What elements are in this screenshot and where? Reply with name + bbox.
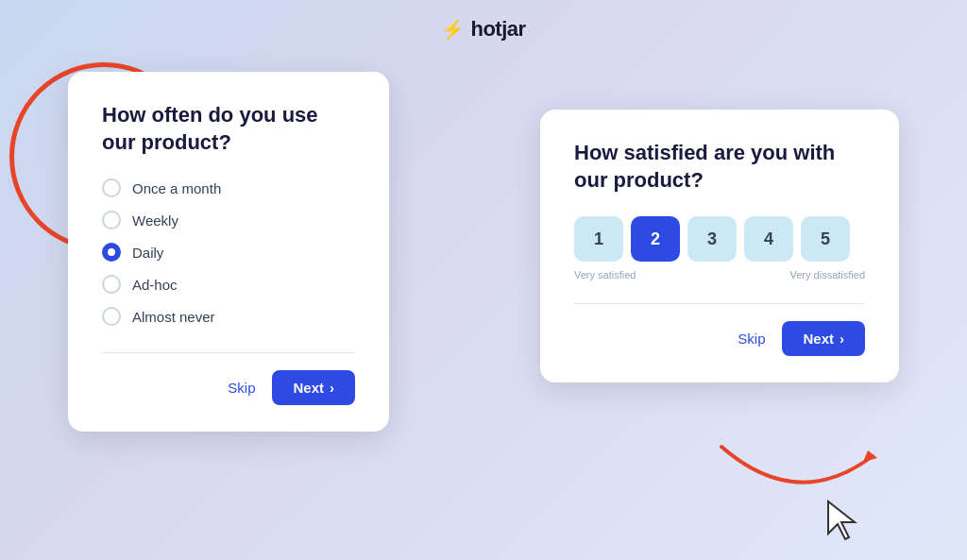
mouse-cursor-icon [824, 500, 858, 541]
card2-next-label: Next [803, 331, 834, 347]
radio-circle-almost-never [102, 307, 121, 326]
radio-option-adhoc[interactable]: Ad-hoc [102, 275, 355, 294]
card2-next-chevron-icon: › [840, 331, 844, 347]
radio-option-once-month[interactable]: Once a month [102, 178, 355, 197]
radio-circle-weekly [102, 211, 121, 229]
card1-skip-button[interactable]: Skip [228, 380, 255, 396]
rating-label-left: Very satisfied [574, 269, 636, 280]
hotjar-logo: ⚡ hotjar [441, 17, 525, 42]
radio-circle-daily [102, 243, 121, 262]
rating-btn-1[interactable]: 1 [574, 216, 623, 262]
hotjar-lightning-icon: ⚡ [441, 18, 465, 41]
rating-label-right: Very dissatisfied [790, 269, 865, 280]
card2-divider [574, 303, 865, 304]
radio-option-weekly[interactable]: Weekly [102, 211, 355, 229]
survey-card-frequency: How often do you use our product? Once a… [68, 72, 389, 432]
card1-actions: Skip Next › [102, 370, 355, 405]
radio-option-almost-never[interactable]: Almost never [102, 307, 355, 326]
radio-circle-adhoc [102, 275, 121, 294]
rating-scale: 1 2 3 4 5 [574, 216, 865, 262]
card1-title: How often do you use our product? [102, 102, 355, 156]
survey-card-satisfaction: How satisfied are you with our product? … [540, 110, 899, 382]
radio-options-list: Once a month Weekly Daily Ad-hoc Almost … [102, 178, 355, 326]
svg-marker-0 [863, 450, 877, 462]
radio-label-adhoc: Ad-hoc [132, 277, 178, 293]
rating-btn-4[interactable]: 4 [744, 216, 793, 262]
card2-next-button[interactable]: Next › [782, 321, 865, 356]
radio-option-daily[interactable]: Daily [102, 243, 355, 262]
rating-btn-5[interactable]: 5 [801, 216, 850, 262]
radio-circle-once-month [102, 178, 121, 197]
rating-btn-3[interactable]: 3 [687, 216, 737, 262]
header: ⚡ hotjar [0, 0, 967, 53]
rating-btn-2[interactable]: 2 [631, 216, 680, 262]
hotjar-wordmark: hotjar [470, 17, 525, 42]
card1-next-label: Next [293, 380, 324, 396]
card2-actions: Skip Next › [574, 321, 865, 356]
decorative-red-arrow [703, 437, 891, 532]
radio-label-almost-never: Almost never [132, 309, 215, 325]
radio-label-once-month: Once a month [132, 180, 221, 196]
card2-skip-button[interactable]: Skip [738, 331, 765, 347]
radio-label-weekly: Weekly [132, 212, 178, 229]
rating-labels: Very satisfied Very dissatisfied [574, 269, 865, 280]
card2-title: How satisfied are you with our product? [574, 140, 865, 194]
card1-next-button[interactable]: Next › [272, 370, 355, 405]
card1-next-chevron-icon: › [330, 380, 334, 396]
svg-marker-1 [828, 501, 855, 539]
radio-label-daily: Daily [132, 245, 163, 261]
card1-divider [102, 352, 355, 353]
cards-container: How often do you use our product? Once a… [0, 53, 967, 560]
